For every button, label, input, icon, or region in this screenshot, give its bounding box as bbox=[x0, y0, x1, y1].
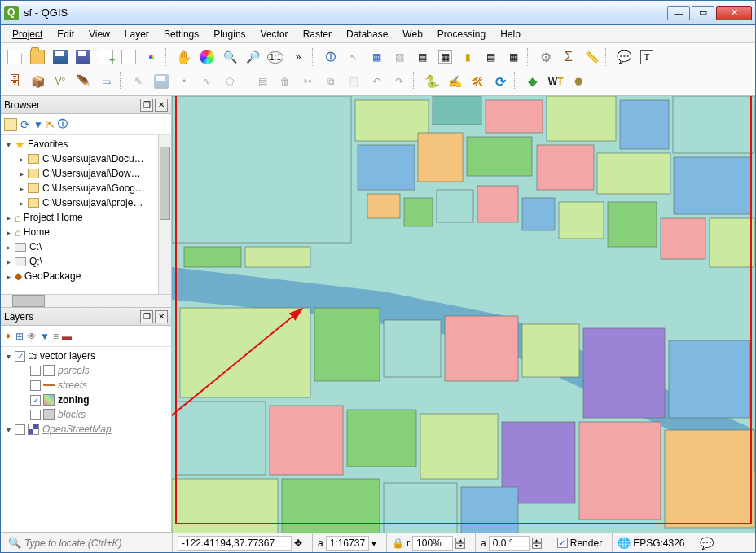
layer-item-osm[interactable]: ▾OpenStreetMap bbox=[2, 422, 169, 437]
statistics-button[interactable]: ▦ bbox=[503, 46, 524, 68]
spin-down[interactable]: ▾ bbox=[455, 543, 465, 549]
locator-input[interactable] bbox=[24, 538, 155, 549]
add-layer-icon[interactable] bbox=[4, 118, 17, 131]
menu-help[interactable]: Help bbox=[494, 27, 527, 42]
lock-icon[interactable]: 🔒 bbox=[392, 538, 404, 549]
style-manager-button[interactable] bbox=[141, 46, 162, 68]
messages-button[interactable]: 💬 bbox=[695, 533, 719, 552]
browser-panel-header[interactable]: Browser ❐ ✕ bbox=[1, 96, 171, 114]
layers-tree[interactable]: ▾✓🗂vector layers parcels streets ✓zoning… bbox=[1, 347, 171, 532]
plugin-button-5[interactable]: ⬣ bbox=[568, 71, 589, 92]
open-project-button[interactable] bbox=[27, 46, 48, 68]
browser-vscroll[interactable] bbox=[158, 135, 171, 294]
copy-button[interactable]: ⧉ bbox=[320, 71, 341, 92]
tree-fav-item[interactable]: ▸C:\Users\ujaval\Dow… bbox=[2, 166, 169, 181]
menu-database[interactable]: Database bbox=[340, 27, 394, 42]
zoom-in-button[interactable]: 🔍 bbox=[219, 46, 240, 68]
layer-style-icon[interactable]: ✦ bbox=[4, 331, 12, 342]
close-button[interactable]: ✕ bbox=[716, 6, 752, 20]
properties-icon[interactable]: ⓘ bbox=[58, 117, 68, 131]
browser-tree[interactable]: ▾★Favorites ▸C:\Users\ujaval\Docu… ▸C:\U… bbox=[1, 135, 171, 294]
menu-layer[interactable]: Layer bbox=[118, 27, 156, 42]
menu-processing[interactable]: Processing bbox=[431, 27, 492, 42]
save-as-button[interactable] bbox=[73, 46, 94, 68]
tree-project-home[interactable]: ▸⌂Project Home bbox=[2, 210, 169, 225]
processing-toolbox-button[interactable]: ⚙ bbox=[535, 46, 556, 68]
tree-fav-item[interactable]: ▸C:\Users\ujaval\proje… bbox=[2, 195, 169, 210]
layer-filter-icon[interactable]: ▼ bbox=[40, 331, 50, 342]
plugin-button-4[interactable]: ◆ bbox=[522, 71, 543, 92]
zoom-native-button[interactable]: 1:1 bbox=[265, 46, 286, 68]
spin-up[interactable]: ▴ bbox=[532, 538, 542, 543]
layer-visibility-icon[interactable]: 👁 bbox=[27, 331, 37, 342]
spin-down[interactable]: ▾ bbox=[532, 543, 542, 549]
layer-add-group-icon[interactable]: ⊞ bbox=[15, 331, 24, 342]
cut-button[interactable]: ✂ bbox=[297, 71, 319, 92]
locator-bar[interactable]: 🔍 bbox=[4, 535, 167, 551]
scale-value[interactable]: 1:16737 bbox=[326, 536, 369, 551]
magnifier-field[interactable]: 🔒 r 100% ▴▾ bbox=[386, 533, 470, 552]
browser-hscroll[interactable] bbox=[1, 294, 171, 307]
layout-manager-button[interactable] bbox=[118, 46, 139, 68]
sigma-button[interactable]: Σ bbox=[558, 46, 579, 68]
collapse-icon[interactable]: ⇱ bbox=[46, 119, 55, 130]
plugin-button-wt[interactable]: WT bbox=[545, 71, 566, 92]
filter-icon[interactable]: ▼ bbox=[33, 119, 43, 130]
menu-raster[interactable]: Raster bbox=[297, 27, 338, 42]
add-polygon-button[interactable]: ⬠ bbox=[219, 71, 240, 92]
pan-button[interactable]: ✋ bbox=[174, 46, 195, 68]
add-line-button[interactable]: ∿ bbox=[196, 71, 218, 92]
field-calculator-button[interactable]: ▦ bbox=[434, 46, 455, 68]
close-panel-button[interactable]: ✕ bbox=[155, 99, 168, 112]
new-virtual-layer-button[interactable]: ▭ bbox=[95, 71, 116, 92]
checkbox[interactable] bbox=[15, 424, 25, 435]
paste-button[interactable]: 📋 bbox=[343, 71, 364, 92]
minimize-button[interactable]: — bbox=[667, 6, 690, 20]
tree-favorites[interactable]: ▾★Favorites bbox=[2, 137, 169, 151]
titlebar[interactable]: sf - QGIS — ▭ ✕ bbox=[1, 1, 755, 25]
checkbox[interactable] bbox=[30, 366, 41, 376]
deselect-button[interactable]: ▧ bbox=[389, 46, 410, 68]
menu-project[interactable]: Project bbox=[6, 27, 49, 42]
zoom-out-button[interactable]: 🔎 bbox=[242, 46, 263, 68]
extents-icon[interactable]: ✥ bbox=[294, 538, 302, 549]
tree-geopackage[interactable]: ▸◆GeoPackage bbox=[2, 269, 169, 283]
dropdown-icon[interactable]: ▾ bbox=[371, 538, 376, 549]
save-edits-button[interactable] bbox=[151, 71, 172, 92]
checkbox[interactable] bbox=[30, 380, 41, 391]
map-tips-button[interactable]: 💬 bbox=[613, 46, 635, 68]
checkbox[interactable]: ✓ bbox=[15, 351, 25, 362]
crs-field[interactable]: 🌐 EPSG:4326 bbox=[612, 533, 689, 552]
new-shapefile-button[interactable]: V° bbox=[50, 71, 71, 92]
select-features-button[interactable]: ↖ bbox=[343, 46, 364, 68]
identify-button[interactable]: ⓘ bbox=[320, 46, 341, 68]
tree-drive-c[interactable]: ▸C:\ bbox=[2, 239, 169, 254]
save-project-button[interactable] bbox=[50, 46, 71, 68]
plugin-button-3[interactable]: ⟳ bbox=[490, 71, 511, 92]
redo-button[interactable]: ↷ bbox=[389, 71, 410, 92]
coordinate-field[interactable]: -122.41194,37.77367 ✥ bbox=[172, 533, 307, 552]
edit-toggle-button[interactable]: ✎ bbox=[128, 71, 149, 92]
show-bookmarks-button[interactable]: ▤ bbox=[480, 46, 501, 68]
new-project-button[interactable] bbox=[4, 46, 25, 68]
pan-to-selection-button[interactable] bbox=[196, 46, 218, 68]
tree-home[interactable]: ▸⌂Home bbox=[2, 225, 169, 239]
add-feature-button[interactable]: • bbox=[174, 71, 195, 92]
menu-view[interactable]: View bbox=[82, 27, 116, 42]
data-source-manager-button[interactable]: 🗄 bbox=[4, 71, 25, 92]
layer-expand-icon[interactable]: ≡ bbox=[53, 331, 59, 342]
new-spatialite-button[interactable]: 🪶 bbox=[73, 71, 94, 92]
tree-fav-item[interactable]: ▸C:\Users\ujaval\Docu… bbox=[2, 151, 169, 166]
delete-feature-button[interactable]: 🗑 bbox=[275, 71, 296, 92]
select-by-value-button[interactable]: ▦ bbox=[366, 46, 387, 68]
layer-remove-icon[interactable]: ▬ bbox=[62, 331, 72, 342]
python-console-button[interactable]: 🐍 bbox=[421, 71, 442, 92]
menu-web[interactable]: Web bbox=[396, 27, 429, 42]
rotation-field[interactable]: a 0.0 ° ▴▾ bbox=[475, 533, 547, 552]
menu-settings[interactable]: Settings bbox=[157, 27, 205, 42]
refresh-icon[interactable]: ⟳ bbox=[20, 118, 30, 131]
plugin-button-1[interactable]: ✍ bbox=[444, 71, 465, 92]
open-attribute-table-button[interactable]: ▤ bbox=[411, 46, 433, 68]
layers-panel-header[interactable]: Layers ❐ ✕ bbox=[1, 308, 171, 326]
checkbox[interactable] bbox=[30, 410, 41, 420]
